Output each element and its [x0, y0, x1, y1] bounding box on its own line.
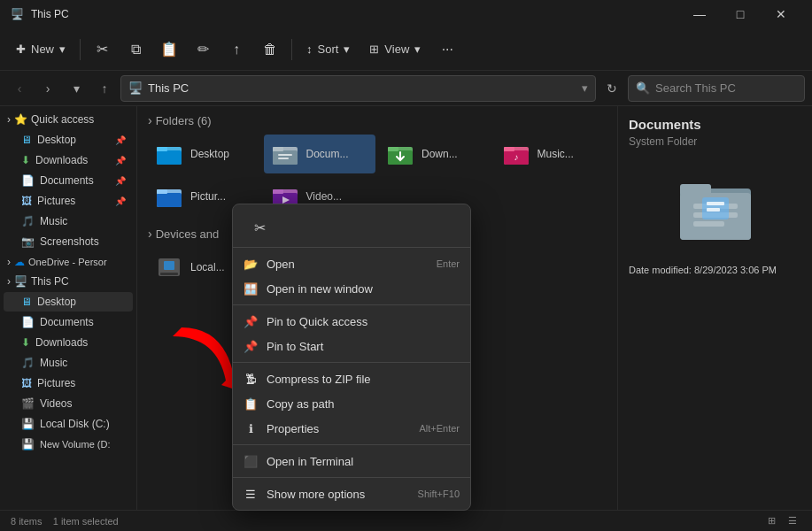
context-menu-label: Pin to Start [267, 340, 323, 353]
context-menu-open-terminal[interactable]: ⬛ Open in Terminal [233, 449, 470, 473]
sidebar-item-documents[interactable]: 📄 Documents 📌 [4, 171, 133, 190]
sidebar-item-pictures[interactable]: 🖼 Pictures 📌 [4, 191, 133, 211]
music2-icon: 🎵 [21, 357, 35, 369]
pin-icon: 📌 [115, 135, 126, 145]
context-menu-copy-path[interactable]: 📋 Copy as path [233, 391, 470, 416]
svg-rect-6 [278, 154, 292, 156]
downloads2-icon: ⬇ [21, 336, 30, 349]
sidebar-item-pictures2[interactable]: 🖼 Pictures [4, 373, 133, 393]
open-new-window-icon: 🪟 [244, 281, 258, 296]
pin-icon: 📌 [115, 156, 126, 165]
preview-icon-container [662, 162, 769, 250]
sidebar-item-downloads2[interactable]: ⬇ Downloads [4, 333, 133, 352]
svg-rect-5 [273, 147, 283, 151]
title-bar-controls: — □ ✕ [679, 0, 801, 28]
sidebar-item-label: Downloads [35, 154, 88, 166]
svg-rect-27 [680, 184, 711, 196]
this-pc-icon: 🖥️ [14, 275, 27, 288]
delete-button[interactable]: 🗑 [254, 34, 286, 65]
sidebar-section-this-pc[interactable]: › 🖥️ This PC [0, 272, 136, 291]
desktop2-icon: 🖥 [21, 296, 32, 308]
onedrive-label: OneDrive - Persor [28, 257, 107, 267]
new-button[interactable]: ✚ New ▾ [7, 34, 74, 65]
sidebar-item-label: Music [40, 215, 67, 227]
this-pc-chevron-icon: › [7, 275, 11, 288]
context-menu-compress-zip[interactable]: 🗜 Compress to ZIP file [233, 366, 470, 391]
context-menu-open-new-window[interactable]: 🪟 Open in new window [233, 276, 470, 301]
context-menu-open[interactable]: 📂 Open Enter [233, 251, 470, 276]
grid-view-button[interactable]: ⊞ [762, 512, 780, 530]
context-menu-label: Properties [267, 422, 319, 435]
sidebar: › ⭐ Quick access 🖥 Desktop 📌 ⬇ Downloads… [0, 106, 137, 510]
minimize-button[interactable]: — [679, 0, 720, 28]
documents2-icon: 📄 [21, 316, 35, 328]
context-menu-separator-2 [233, 362, 470, 363]
context-menu-properties[interactable]: ℹ Properties Alt+Enter [233, 416, 470, 441]
sidebar-item-music[interactable]: 🎵 Music [4, 212, 133, 231]
search-box[interactable]: 🔍 Search This PC [628, 75, 805, 102]
refresh-button[interactable]: ↻ [599, 76, 624, 101]
sidebar-item-label: Pictures [37, 377, 75, 389]
close-button[interactable]: ✕ [761, 0, 801, 28]
sidebar-section-onedrive[interactable]: › ☁ OneDrive - Persor [0, 252, 136, 272]
sidebar-section-quick-access[interactable]: › ⭐ Quick access [0, 110, 136, 129]
context-menu-label: Open in Terminal [267, 455, 353, 468]
device-name: Local... [190, 261, 225, 273]
desktop-icon: 🖥 [21, 134, 32, 146]
rename-button[interactable]: ✏ [187, 34, 219, 65]
folder-item-downloads[interactable]: Down... [379, 135, 491, 173]
svg-rect-10 [388, 147, 398, 151]
sidebar-item-new-volume[interactable]: 💾 New Volume (D: [4, 435, 133, 454]
folder-item-desktop[interactable]: Desktop [148, 135, 260, 173]
maximize-button[interactable]: □ [720, 0, 761, 28]
documents-icon: 📄 [21, 174, 35, 187]
sidebar-item-documents2[interactable]: 📄 Documents [4, 312, 133, 332]
preview-meta: Date modified: 8/29/2023 3:06 PM [629, 265, 777, 275]
context-menu-label: Pin to Quick access [267, 315, 367, 328]
context-cut-button[interactable]: ✂ [244, 213, 275, 242]
onedrive-icon: ☁ [14, 256, 25, 268]
preview-title: Documents [629, 117, 701, 132]
folder-item-documents[interactable]: Docum... [264, 135, 376, 173]
this-pc-label: This PC [31, 275, 69, 288]
window-title: This PC [31, 8, 69, 20]
folder-name: Down... [421, 148, 458, 160]
view-button[interactable]: ⊞ View ▾ [360, 34, 429, 65]
sidebar-item-desktop2[interactable]: 🖥 Desktop [4, 292, 133, 312]
sidebar-item-videos2[interactable]: 🎬 Videos [4, 394, 133, 413]
share-button[interactable]: ↑ [220, 34, 252, 65]
context-menu-separator-4 [233, 477, 470, 478]
folder-name: Docum... [306, 148, 349, 160]
sidebar-item-label: Documents [40, 316, 94, 328]
context-menu-show-more-options[interactable]: ☰ Show more options Shift+F10 [233, 481, 470, 506]
sidebar-item-screenshots[interactable]: 📷 Screenshots [4, 232, 133, 251]
forward-button[interactable]: › [35, 76, 60, 101]
folder-item-music[interactable]: ♪ Music... [495, 135, 607, 173]
recent-button[interactable]: ▾ [64, 76, 89, 101]
properties-icon: ℹ [244, 421, 258, 435]
svg-rect-13 [504, 147, 514, 151]
sidebar-item-desktop[interactable]: 🖥 Desktop 📌 [4, 130, 133, 150]
sidebar-item-downloads[interactable]: ⬇ Downloads 📌 [4, 150, 133, 170]
svg-rect-30 [693, 221, 724, 227]
local-disk-icon: 💾 [21, 418, 35, 430]
list-view-button[interactable]: ☰ [784, 512, 801, 530]
address-input[interactable]: 🖥️ This PC ▾ [120, 75, 596, 102]
status-bar-right: ⊞ ☰ [762, 512, 801, 530]
paste-button[interactable]: 📋 [153, 34, 185, 65]
sidebar-item-local-disk[interactable]: 💾 Local Disk (C:) [4, 414, 133, 434]
path-dropdown-icon: ▾ [582, 81, 588, 95]
cut-button[interactable]: ✂ [86, 34, 118, 65]
context-menu-pin-to-start[interactable]: 📌 Pin to Start [233, 334, 470, 358]
up-button[interactable]: ↑ [92, 76, 117, 101]
documents-folder-icon [271, 140, 299, 168]
preview-subtitle: System Folder [629, 135, 697, 148]
toolbar-separator-2 [291, 39, 292, 60]
copy-button[interactable]: ⧉ [120, 34, 151, 65]
back-button[interactable]: ‹ [7, 76, 32, 101]
more-button[interactable]: ··· [431, 34, 463, 65]
show-more-icon: ☰ [244, 487, 258, 501]
context-menu-pin-quick-access[interactable]: 📌 Pin to Quick access [233, 309, 470, 334]
sort-button[interactable]: ↕ Sort ▾ [298, 34, 359, 65]
sidebar-item-music2[interactable]: 🎵 Music [4, 353, 133, 373]
